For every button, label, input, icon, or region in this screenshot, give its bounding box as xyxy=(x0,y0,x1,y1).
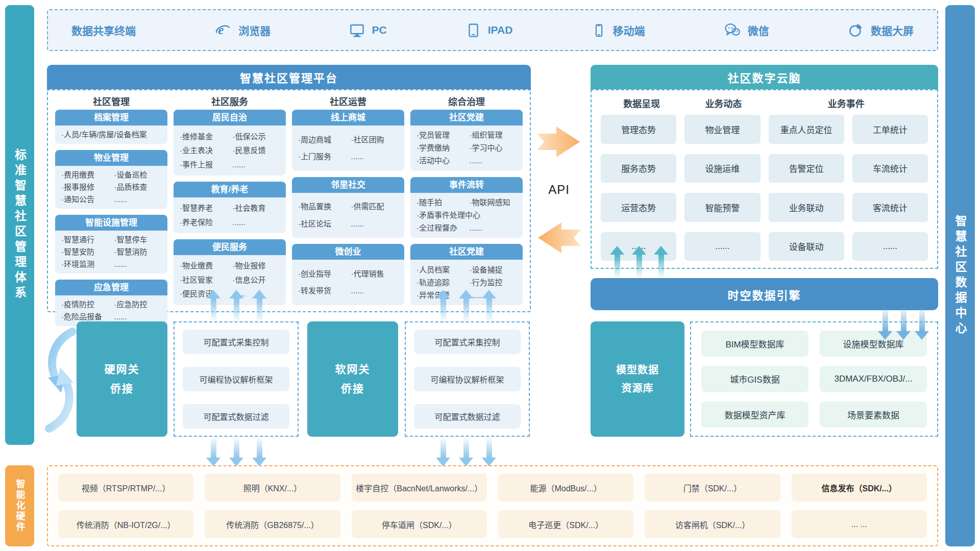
platform-box-item: ...... xyxy=(351,218,398,230)
platform-box-item: ·人员档案 xyxy=(416,264,470,276)
platform-title: 智慧社区管理平台 xyxy=(47,65,531,89)
platform-box-row: ·养老保险...... xyxy=(180,216,280,229)
right-rail-data-center: 智慧社区数据中心 xyxy=(945,5,975,546)
cloud-cell: 工单统计 xyxy=(852,115,928,144)
arrow-down-icon xyxy=(229,437,243,466)
model-repo-items: BIM模型数据库设施模型数据库城市GIS数据3DMAX/FBX/OBJ/...数… xyxy=(690,321,938,437)
platform-box-title: 线上商城 xyxy=(292,110,404,126)
hardware-cell: ... ... xyxy=(792,510,927,538)
platform-box-row: ·人员/车辆/房屋/设备档案 xyxy=(61,129,161,141)
platform-box-body: ·人员档案·设备捕捉·轨迹追踪·行为监控·异常告警...... xyxy=(410,260,523,305)
platform-box-item: ·代理销售 xyxy=(351,268,398,280)
platform-box-title: 应急管理 xyxy=(55,280,167,295)
platform-box-item: ·矛盾事件处理中心 xyxy=(416,209,517,221)
platform-box-row: ·轨迹追踪·行为监控 xyxy=(416,277,517,289)
platform-box-title: 智能设施管理 xyxy=(55,215,167,231)
terminal-item-label: IPAD xyxy=(488,24,513,36)
hardware-cell: 楼宇自控（BacnNet/Lanworks/...） xyxy=(352,473,487,502)
cloud-cell: 车流统计 xyxy=(852,154,928,183)
wechat-icon xyxy=(724,22,741,38)
platform-column-boxes: 居民自治·维修基金·低保公示·业主表决·民意反馈·事件上报......教育/养老… xyxy=(174,110,286,305)
platform-box-item: ·创业指导 xyxy=(298,268,351,280)
pc-monitor-icon xyxy=(350,23,364,38)
cloud-cell: ...... xyxy=(852,232,928,261)
terminal-item-label: 数据大屏 xyxy=(871,22,914,38)
platform-box-body: ·随手拍·物联网感知·矛盾事件处理中心·全过程督办...... xyxy=(410,193,523,238)
platform-column-boxes: 档案管理·人员/车辆/房屋/设备档案物业管理·费用缴费·设备巡检·报事报修·品质… xyxy=(55,110,167,326)
platform-column-2: 社区运营线上商城·周边商城·社区团购·上门服务......邻里社交·物品置换·供… xyxy=(292,94,404,305)
platform-box-row: ·物业缴费·物业报修 xyxy=(180,260,280,272)
platform-box-item: ·学费缴纳 xyxy=(416,142,470,154)
api-connector: API xyxy=(534,126,584,254)
hardware-cell: 门禁（SDK/...） xyxy=(645,473,780,502)
platform-body: 社区管理档案管理·人员/车辆/房屋/设备档案物业管理·费用缴费·设备巡检·报事报… xyxy=(47,89,531,312)
platform-box-row: ·物品置换·供需匹配 xyxy=(298,201,398,213)
platform-box-body: ·维修基金·低保公示·业主表决·民意反馈·事件上报...... xyxy=(174,126,286,176)
soft-gateway-line2: 侨接 xyxy=(341,379,364,398)
cloud-cell: 服务态势 xyxy=(601,154,676,183)
platform-box: 物业管理·费用缴费·设备巡检·报事报修·品质核查·通知公告...... xyxy=(55,150,167,209)
cloud-cell: 设备联动 xyxy=(769,232,844,261)
platform-box-row: ·异常告警...... xyxy=(416,289,517,302)
platform-box-item: ·事件上报 xyxy=(180,159,233,171)
model-repo-box: 模型数据 资源库 xyxy=(591,321,684,437)
platform-box-row: ·周边商城·社区团购 xyxy=(298,134,398,146)
platform-box-item: ·党员管理 xyxy=(416,129,470,141)
platform-box-item: ·智慧安防 xyxy=(61,246,114,258)
hardware-cell: 照明（KNX/...） xyxy=(205,473,340,502)
platform-box: 微创业·创业指导·代理销售·转发带货...... xyxy=(292,244,404,305)
platform-box-item: ...... xyxy=(470,289,517,302)
cloud-cell: 业务联动 xyxy=(769,193,844,222)
platform-box-item: ·民意反馈 xyxy=(233,144,280,157)
platform-box: 邻里社交·物品置换·供需匹配·社区论坛...... xyxy=(292,177,404,238)
platform-box: 智能设施管理·智慧通行·智慧停车·智慧安防·智慧消防·环境监测...... xyxy=(55,215,167,273)
gateway-cell: 可编程协议解析框架 xyxy=(414,367,521,391)
hardware-cell: 传统消防（GB26875/...） xyxy=(205,510,340,538)
arrow-down-icon xyxy=(482,437,496,466)
soft-gateway-box: 软网关 侨接 xyxy=(307,321,398,437)
cloud-group-label: 业务动态 xyxy=(682,96,764,113)
platform-box-body: ·党员管理·组织管理·学费缴纳·学习中心·活动中心...... xyxy=(410,126,523,171)
platform-box-row: ·社区论坛...... xyxy=(298,218,398,230)
data-screen-icon xyxy=(848,22,864,38)
svg-text:e: e xyxy=(218,23,224,37)
hardware-cell: 电子巡更（SDK/...） xyxy=(498,510,633,538)
platform-box-item: ·异常告警 xyxy=(416,289,470,302)
platform-box-item: ...... xyxy=(233,216,280,229)
platform-box-item: ·品质核查 xyxy=(114,181,161,193)
model-repo-cell: 设施模型数据库 xyxy=(820,331,927,357)
platform-box-item: ·设备捕捉 xyxy=(470,264,517,276)
left-rail-label: 标准智慧社区管理体系 xyxy=(11,148,29,302)
platform-box-title: 居民自治 xyxy=(174,110,286,126)
platform-box-title: 事件流转 xyxy=(410,177,523,193)
platform-box-title: 邻里社交 xyxy=(292,177,404,193)
model-repo-cell: 3DMAX/FBX/OBJ/... xyxy=(820,366,927,392)
cloud-cell: ...... xyxy=(601,232,676,261)
platform-box-row: ·党员管理·组织管理 xyxy=(416,129,517,141)
terminal-item-label: 浏览器 xyxy=(238,22,271,38)
cloud-brain-title: 社区数字云脑 xyxy=(591,65,938,89)
platform-box-item: ·业主表决 xyxy=(180,144,233,157)
platform-box-row: ·便民资讯...... xyxy=(180,288,280,300)
model-repo-cell: 数据模型资产库 xyxy=(701,402,808,428)
gateway-cell: 可配置式采集控制 xyxy=(414,330,521,354)
api-label: API xyxy=(548,183,570,197)
platform-box-item: ·全过程督办 xyxy=(416,222,470,234)
cloud-cell: 智能预警 xyxy=(684,193,760,222)
platform-box-row: ·学费缴纳·学习中心 xyxy=(416,142,517,154)
platform-box-body: ·物业缴费·物业报修·社区管家·信息公开·便民资讯...... xyxy=(174,255,286,305)
platform-box-row: ·智慧通行·智慧停车 xyxy=(61,234,161,246)
platform-box-item: ·报事报修 xyxy=(61,181,114,193)
terminal-item-label: 微信 xyxy=(748,22,769,38)
platform-box-body: ·周边商城·社区团购·上门服务...... xyxy=(292,126,404,171)
arrow-down-icon xyxy=(436,437,450,466)
spatiotemporal-engine-bar: 时空数据引擎 xyxy=(591,278,938,310)
platform-box: 居民自治·维修基金·低保公示·业主表决·民意反馈·事件上报...... xyxy=(174,110,286,176)
platform-box-item: ·周边商城 xyxy=(298,134,351,146)
terminal-bar-title: 数据共享终端 xyxy=(71,22,136,38)
platform-box-title: 物业管理 xyxy=(55,150,167,166)
platform-box-row: ·费用缴费·设备巡检 xyxy=(61,169,161,181)
platform-box-row: ·转发带货...... xyxy=(298,285,398,297)
platform-box-item: ·社区论坛 xyxy=(298,218,351,230)
platform-box-item: ·物品置换 xyxy=(298,201,351,213)
